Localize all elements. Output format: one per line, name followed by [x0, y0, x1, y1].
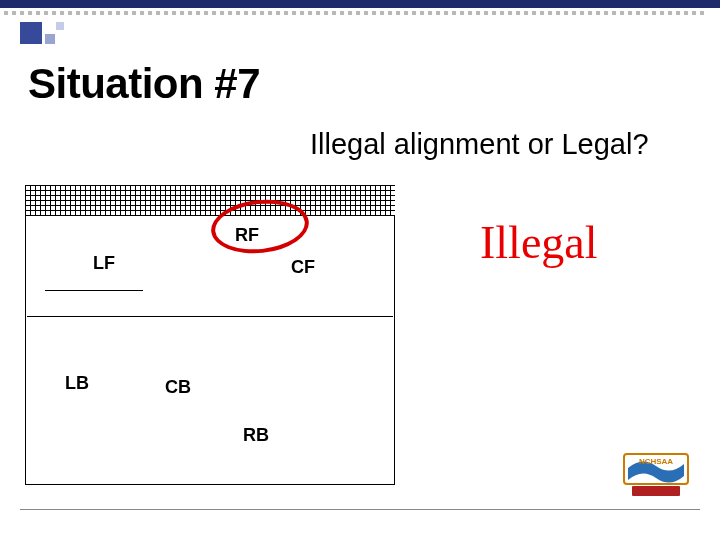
slide-top-bar: [0, 0, 720, 8]
pos-lf: LF: [93, 253, 115, 274]
svg-rect-1: [632, 486, 680, 496]
court-boundary: [25, 215, 395, 485]
svg-text:NCHSAA: NCHSAA: [639, 457, 673, 466]
bottom-rule: [20, 509, 700, 510]
corner-square-large: [20, 22, 42, 44]
slide-question: Illegal alignment or Legal?: [310, 128, 649, 161]
net-line: [25, 185, 395, 215]
slide-title: Situation #7: [28, 60, 260, 108]
slide-top-dots: [0, 11, 720, 15]
corner-square-small: [56, 22, 64, 30]
lf-marker-line: [45, 290, 143, 291]
nchsaa-logo: NCHSAA: [620, 448, 692, 500]
verdict-text: Illegal: [480, 216, 598, 269]
attack-line: [27, 316, 393, 317]
pos-rf: RF: [235, 225, 259, 246]
pos-cb: CB: [165, 377, 191, 398]
court-diagram: RF LF CF LB CB RB: [25, 185, 395, 485]
corner-square-medium: [45, 34, 55, 44]
pos-cf: CF: [291, 257, 315, 278]
pos-lb: LB: [65, 373, 89, 394]
pos-rb: RB: [243, 425, 269, 446]
